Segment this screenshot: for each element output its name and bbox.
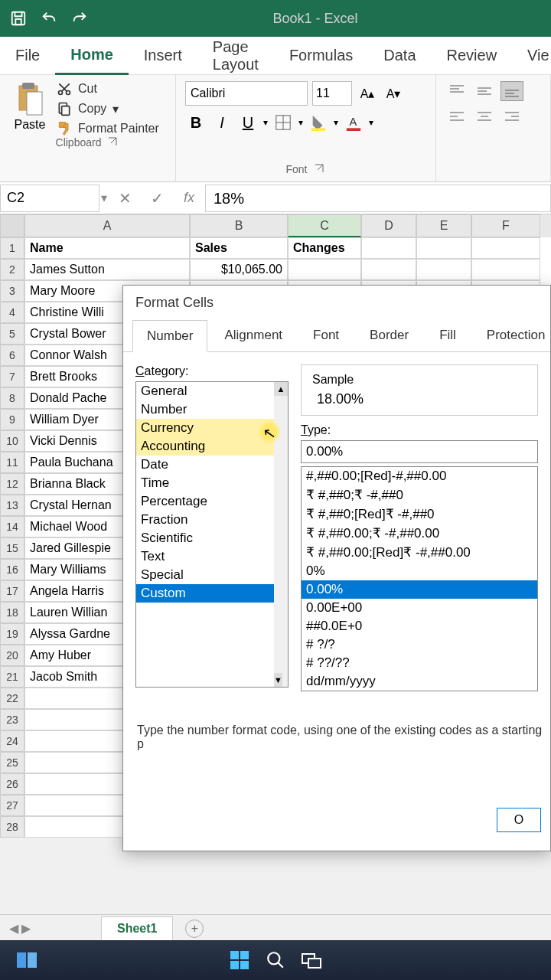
- font-name-select[interactable]: [185, 81, 308, 106]
- clipboard-launcher-icon[interactable]: [107, 136, 119, 149]
- font-size-select[interactable]: [312, 81, 352, 106]
- type-input[interactable]: [301, 440, 538, 463]
- decrease-font-icon[interactable]: A▾: [383, 83, 404, 104]
- font-color-icon[interactable]: A: [343, 112, 364, 133]
- paste-button[interactable]: Paste: [9, 81, 51, 136]
- row-header[interactable]: 25: [0, 752, 24, 773]
- align-right-icon[interactable]: [500, 107, 523, 127]
- chevron-down-icon[interactable]: ▾: [334, 117, 338, 128]
- col-header-D[interactable]: D: [361, 214, 416, 237]
- cell[interactable]: [416, 259, 471, 280]
- cell[interactable]: James Sutton: [24, 259, 190, 280]
- fx-icon[interactable]: fx: [173, 185, 205, 212]
- type-list-item[interactable]: #,##0.00;[Red]-#,##0.00: [302, 467, 537, 485]
- row-header[interactable]: 19: [0, 623, 24, 645]
- row-header[interactable]: 12: [0, 473, 24, 495]
- tab-insert[interactable]: Insert: [129, 38, 197, 74]
- type-list[interactable]: #,##0.00;[Red]-#,##0.00₹ #,##0;₹ -#,##0₹…: [301, 466, 538, 691]
- new-sheet-button[interactable]: +: [185, 920, 204, 938]
- underline-button[interactable]: U: [237, 112, 259, 133]
- category-item[interactable]: Custom: [136, 584, 288, 603]
- col-header-A[interactable]: A: [24, 214, 190, 237]
- sheet-prev-icon[interactable]: ◀: [9, 921, 18, 936]
- tab-page-layout[interactable]: Page Layout: [197, 29, 274, 83]
- col-header-B[interactable]: B: [190, 214, 288, 237]
- cell[interactable]: [471, 259, 540, 280]
- row-header[interactable]: 15: [0, 537, 24, 559]
- category-item[interactable]: Date: [136, 456, 288, 474]
- align-center-icon[interactable]: [473, 107, 496, 127]
- col-header-E[interactable]: E: [416, 214, 471, 237]
- tab-file[interactable]: File: [0, 38, 55, 74]
- enter-icon[interactable]: ✓: [141, 185, 173, 212]
- row-header[interactable]: 3: [0, 280, 24, 302]
- row-header[interactable]: 17: [0, 580, 24, 602]
- align-middle-icon[interactable]: [473, 81, 496, 101]
- search-icon[interactable]: [266, 950, 285, 970]
- save-icon[interactable]: [9, 9, 28, 28]
- dialog-tab-fill[interactable]: Fill: [425, 320, 470, 351]
- start-icon[interactable]: [229, 949, 250, 971]
- cell[interactable]: [361, 259, 416, 280]
- taskbar-app-icon[interactable]: [15, 948, 40, 972]
- task-view-icon[interactable]: [301, 951, 322, 969]
- chevron-down-icon[interactable]: ▾: [112, 102, 119, 116]
- dialog-tab-border[interactable]: Border: [356, 320, 422, 351]
- category-item[interactable]: Scientific: [136, 529, 288, 547]
- formula-input[interactable]: 18%: [205, 185, 551, 212]
- category-item[interactable]: Special: [136, 566, 288, 584]
- row-header[interactable]: 14: [0, 516, 24, 537]
- scroll-down-icon[interactable]: ▼: [274, 673, 282, 687]
- type-list-item[interactable]: # ??/??: [302, 654, 537, 672]
- cell[interactable]: Name: [24, 237, 190, 259]
- row-header[interactable]: 4: [0, 302, 24, 323]
- type-list-item[interactable]: 0%: [302, 562, 537, 580]
- undo-icon[interactable]: [40, 9, 58, 28]
- align-top-icon[interactable]: [445, 81, 468, 101]
- cell[interactable]: [416, 237, 471, 259]
- row-header[interactable]: 22: [0, 688, 24, 709]
- format-painter-button[interactable]: Format Painter: [57, 121, 159, 136]
- row-header[interactable]: 5: [0, 323, 24, 345]
- copy-button[interactable]: Copy ▾: [57, 101, 159, 116]
- increase-font-icon[interactable]: A▴: [357, 83, 378, 104]
- type-list-item[interactable]: ₹ #,##0.00;[Red]₹ -#,##0.00: [302, 543, 537, 562]
- row-header[interactable]: 16: [0, 559, 24, 580]
- tab-data[interactable]: Data: [368, 38, 431, 74]
- row-header[interactable]: 26: [0, 773, 24, 795]
- cell[interactable]: [471, 237, 540, 259]
- italic-button[interactable]: I: [211, 112, 233, 133]
- select-all-corner[interactable]: [0, 214, 24, 237]
- border-icon[interactable]: [272, 112, 294, 133]
- chevron-down-icon[interactable]: ▾: [263, 117, 268, 128]
- row-header[interactable]: 28: [0, 816, 24, 838]
- row-header[interactable]: 21: [0, 666, 24, 688]
- type-list-item[interactable]: 0.00E+00: [302, 599, 537, 617]
- category-item[interactable]: General: [136, 382, 288, 400]
- align-bottom-icon[interactable]: [500, 81, 523, 101]
- tab-view[interactable]: Vie: [512, 38, 551, 74]
- row-header[interactable]: 23: [0, 709, 24, 730]
- name-box[interactable]: C2: [0, 185, 99, 212]
- dialog-tab-number[interactable]: Number: [132, 320, 207, 352]
- chevron-down-icon[interactable]: ▾: [369, 117, 373, 128]
- row-header[interactable]: 18: [0, 602, 24, 623]
- row-header[interactable]: 8: [0, 387, 24, 409]
- type-list-item[interactable]: ##0.0E+0: [302, 617, 537, 635]
- type-list-item[interactable]: dd/mm/yyyy: [302, 672, 537, 691]
- tab-home[interactable]: Home: [55, 37, 129, 75]
- type-list-item[interactable]: ₹ #,##0;₹ -#,##0: [302, 485, 537, 505]
- row-header[interactable]: 20: [0, 645, 24, 666]
- row-header[interactable]: 6: [0, 345, 24, 366]
- col-header-C[interactable]: C: [288, 214, 361, 237]
- category-item[interactable]: Text: [136, 547, 288, 566]
- dialog-tab-alignment[interactable]: Alignment: [210, 320, 296, 351]
- row-header[interactable]: 1: [0, 237, 24, 259]
- col-header-F[interactable]: F: [471, 214, 540, 237]
- dialog-tab-protection[interactable]: Protection: [473, 320, 551, 351]
- cell[interactable]: Changes: [288, 237, 361, 259]
- sheet-next-icon[interactable]: ▶: [21, 921, 31, 936]
- fill-color-icon[interactable]: [308, 112, 329, 133]
- row-header[interactable]: 13: [0, 495, 24, 516]
- tab-formulas[interactable]: Formulas: [274, 38, 368, 74]
